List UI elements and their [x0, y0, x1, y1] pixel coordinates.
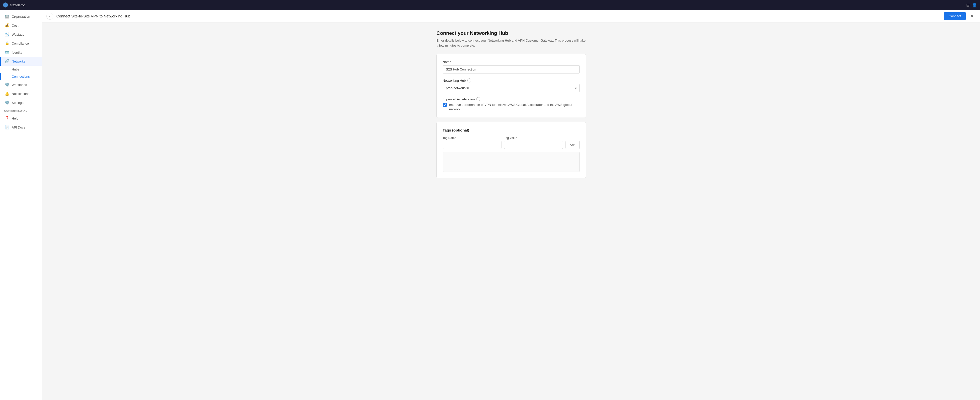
- sidebar-item-identity[interactable]: 🪪 Identity: [0, 48, 42, 57]
- form-title: Connect your Networking Hub: [436, 30, 586, 36]
- api-docs-icon: 📄: [5, 125, 9, 130]
- networking-hub-label: Networking Hub i: [443, 78, 580, 83]
- app-name: stax-demo: [10, 3, 25, 7]
- compliance-icon: 🔒: [5, 41, 9, 46]
- networks-icon: 🔗: [5, 59, 9, 63]
- improved-acceleration-field-group: Improved Acceleration i Improve performa…: [443, 97, 580, 111]
- sidebar-sub-item-connections[interactable]: Connections: [0, 73, 42, 80]
- tags-title: Tags (optional): [443, 128, 580, 132]
- sidebar-item-label: Notifications: [12, 92, 29, 96]
- topbar: S stax-demo ⊞ 👤: [0, 0, 980, 10]
- form-container: Connect your Networking Hub Enter detail…: [436, 30, 586, 392]
- main-content: ‹ Connect Site-to-Site VPN to Networking…: [42, 10, 980, 400]
- cost-icon: 💰: [5, 23, 9, 28]
- sidebar-item-settings[interactable]: ⚙️ Settings: [0, 98, 42, 107]
- header-right: Connect ✕: [944, 12, 976, 20]
- sidebar-item-cost[interactable]: 💰 Cost: [0, 21, 42, 30]
- hubs-label: Hubs: [12, 68, 19, 71]
- sidebar-item-label: Settings: [12, 101, 24, 105]
- close-button[interactable]: ✕: [968, 13, 976, 20]
- tag-value-col: Tag Value: [504, 136, 563, 149]
- sidebar-item-help[interactable]: ❓ Help: [0, 114, 42, 123]
- connections-label: Connections: [12, 75, 30, 78]
- name-label: Name: [443, 60, 580, 64]
- improved-acceleration-checkbox-group: Improve performance of VPN tunnels via A…: [443, 103, 580, 111]
- form-description: Enter details below to connect your Netw…: [436, 38, 586, 48]
- tags-input-row: Tag Name Tag Value Add: [443, 136, 580, 149]
- api-docs-label: API Docs: [12, 125, 25, 129]
- sidebar-item-label: Workloads: [12, 83, 27, 87]
- workloads-icon: ⚙️: [5, 83, 9, 87]
- organization-icon: 🏢: [5, 14, 9, 19]
- tag-value-col-label: Tag Value: [504, 136, 563, 140]
- main-card: Name Networking Hub i prod-network-01: [436, 54, 586, 118]
- tag-name-input[interactable]: [443, 141, 501, 149]
- sidebar-item-label: Networks: [12, 60, 25, 63]
- header-bar: ‹ Connect Site-to-Site VPN to Networking…: [42, 10, 980, 22]
- identity-icon: 🪪: [5, 50, 9, 54]
- improved-acceleration-checkbox[interactable]: [443, 103, 447, 107]
- wastage-icon: 📉: [5, 32, 9, 37]
- networking-hub-info-icon[interactable]: i: [467, 78, 471, 83]
- sidebar-item-label: Cost: [12, 24, 18, 27]
- header-left: ‹ Connect Site-to-Site VPN to Networking…: [46, 13, 130, 20]
- improved-acceleration-info-icon[interactable]: i: [476, 97, 480, 101]
- back-button[interactable]: ‹: [46, 13, 53, 20]
- tag-name-col-label: Tag Name: [443, 136, 501, 140]
- user-icon[interactable]: 👤: [972, 3, 977, 8]
- documentation-section-label: DOCUMENTATION: [0, 107, 42, 114]
- sidebar-item-organization[interactable]: 🏢 Organization: [0, 12, 42, 21]
- networking-hub-select-wrapper: prod-network-01: [443, 84, 580, 92]
- name-field-group: Name: [443, 60, 580, 73]
- app-layout: 🏢 Organization 💰 Cost 📉 Wastage 🔒 Compli…: [0, 0, 980, 400]
- tags-card: Tags (optional) Tag Name Tag Value Add: [436, 122, 586, 178]
- tag-name-col: Tag Name: [443, 136, 501, 149]
- sidebar-item-label: Wastage: [12, 33, 24, 37]
- improved-acceleration-description: Improve performance of VPN tunnels via A…: [449, 103, 580, 111]
- sidebar-item-api-docs[interactable]: 📄 API Docs: [0, 123, 42, 132]
- sidebar-item-networks[interactable]: 🔗 Networks: [0, 57, 42, 66]
- page-title: Connect Site-to-Site VPN to Networking H…: [56, 14, 130, 18]
- name-input[interactable]: [443, 65, 580, 73]
- sidebar: 🏢 Organization 💰 Cost 📉 Wastage 🔒 Compli…: [0, 10, 42, 400]
- page-body: Connect your Networking Hub Enter detail…: [42, 22, 980, 400]
- grid-icon[interactable]: ⊞: [966, 3, 969, 8]
- sidebar-item-label: Compliance: [12, 41, 29, 45]
- tag-value-input[interactable]: [504, 141, 563, 149]
- sidebar-item-notifications[interactable]: 🔔 Notifications: [0, 89, 42, 98]
- help-icon: ❓: [5, 116, 9, 121]
- settings-icon: ⚙️: [5, 100, 9, 105]
- sidebar-item-workloads[interactable]: ⚙️ Workloads: [0, 80, 42, 89]
- topbar-right: ⊞ 👤: [966, 3, 977, 8]
- tag-add-col: Add: [566, 141, 580, 149]
- sidebar-item-label: Organization: [12, 15, 30, 18]
- topbar-left: S stax-demo: [3, 3, 25, 8]
- networking-hub-select[interactable]: prod-network-01: [443, 84, 580, 92]
- notifications-icon: 🔔: [5, 91, 9, 96]
- networking-hub-field-group: Networking Hub i prod-network-01: [443, 78, 580, 92]
- app-logo: S: [3, 3, 8, 8]
- help-label: Help: [12, 117, 18, 120]
- sidebar-item-label: Identity: [12, 51, 22, 54]
- sidebar-sub-item-hubs[interactable]: Hubs: [0, 66, 42, 73]
- add-tag-button[interactable]: Add: [566, 141, 580, 149]
- tags-table-area: [443, 152, 580, 172]
- sidebar-item-wastage[interactable]: 📉 Wastage: [0, 30, 42, 39]
- connect-button[interactable]: Connect: [944, 12, 966, 20]
- improved-acceleration-label: Improved Acceleration i: [443, 97, 580, 101]
- sidebar-item-compliance[interactable]: 🔒 Compliance: [0, 39, 42, 48]
